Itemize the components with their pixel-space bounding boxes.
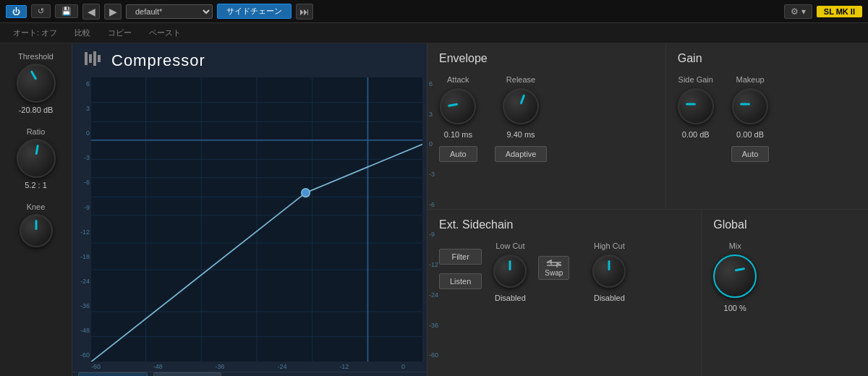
y-label-n3: -3 [74, 154, 90, 161]
lowcut-value: Disabled [495, 294, 526, 302]
envelope-title: Envelope [439, 52, 654, 65]
loop-button[interactable]: ↺ [31, 4, 51, 18]
mix-group: Mix 100 % [713, 242, 757, 312]
sidegain-group: Side Gain 0.00 dB [678, 75, 714, 139]
makeup-group: Makeup 0.00 dB Auto [731, 75, 770, 162]
paste-btn[interactable]: ペースト [142, 26, 188, 40]
attack-label: Attack [447, 75, 469, 84]
second-bar: オート: オフ 比較 コピー ペースト [0, 23, 868, 43]
release-label: Release [506, 75, 535, 84]
y-label-n6: -6 [74, 179, 90, 186]
auto-button[interactable]: Auto [439, 146, 477, 162]
listen-button[interactable]: Listen [439, 273, 482, 289]
stereolink-button[interactable]: Stereo Link [153, 372, 221, 376]
ext-sidechain-title: Ext. Sidechain [439, 218, 689, 231]
ratio-label: Ratio [27, 127, 46, 136]
y-label-n12: -12 [74, 228, 90, 236]
x-label-n36: -36 [216, 363, 225, 370]
auto-off-btn[interactable]: オート: オフ [6, 26, 64, 40]
center-graph: Compressor 6 3 0 -3 -6 -9 -12 -18 -24 -3… [72, 43, 427, 376]
gear-button[interactable]: ⚙ ▾ [784, 4, 812, 19]
x-label-n24: -24 [277, 363, 286, 370]
ratio-section: Ratio 5.2 : 1 [17, 127, 56, 189]
lookahead-button[interactable]: Look Ahead [78, 372, 148, 376]
attack-value: 0.10 ms [444, 130, 472, 139]
highcut-label: High Cut [594, 242, 625, 250]
copy-btn[interactable]: コピー [101, 26, 139, 40]
release-value: 9.40 ms [506, 130, 535, 139]
y-label-n48: -48 [74, 327, 90, 334]
threshold-label: Threshold [18, 52, 54, 61]
mix-knob[interactable] [713, 255, 757, 298]
device-badge: SL MK II [817, 6, 862, 17]
y-label-3: 3 [74, 105, 90, 112]
ry-n60: -60 [429, 351, 438, 359]
release-knob[interactable] [503, 88, 539, 124]
y-label-n9: -9 [74, 204, 90, 211]
ry-n9: -9 [429, 231, 438, 238]
sidegain-knob[interactable] [678, 88, 714, 124]
ext-sc-right: High Cut Disabled [592, 242, 626, 302]
knee-section: Knee [20, 202, 53, 247]
knee-label: Knee [27, 202, 46, 211]
sidegain-label: Side Gain [678, 75, 713, 84]
y-label-0: 0 [74, 129, 90, 137]
ry-6: 6 [429, 80, 438, 87]
global-content: Mix 100 % [713, 242, 856, 312]
svg-rect-3 [98, 55, 101, 62]
y-label-6: 6 [74, 80, 90, 87]
x-label-n48: -48 [153, 363, 163, 370]
gain-auto-button[interactable]: Auto [731, 146, 770, 162]
x-label-n60: -60 [91, 363, 101, 370]
prev-button[interactable]: ◀ [82, 4, 100, 20]
filter-button[interactable]: Filter [439, 249, 482, 265]
ext-sidechain-content: Filter Listen Low Cut Disabled [439, 242, 689, 302]
ratio-knob[interactable] [17, 139, 56, 178]
ext-sc-middle: Low Cut Disabled [493, 242, 527, 302]
swap-button[interactable]: Swap [538, 256, 569, 280]
knee-knob[interactable] [20, 214, 53, 247]
adaptive-button[interactable]: Adaptive [495, 146, 548, 162]
ry-n6: -6 [429, 201, 438, 208]
preset-select[interactable]: default* [126, 4, 213, 19]
ratio-value: 5.2 : 1 [25, 181, 47, 189]
ry-n24: -24 [429, 291, 438, 299]
y-label-n60: -60 [74, 351, 90, 359]
right-panels: Envelope Attack 0.10 ms Auto Release 9.4… [427, 43, 868, 376]
panels-top: Envelope Attack 0.10 ms Auto Release 9.4… [427, 43, 868, 210]
x-label-n12: -12 [339, 363, 349, 370]
global-panel: Global Mix 100 % [701, 210, 868, 376]
attack-knob[interactable] [440, 88, 476, 124]
gain-panel: Gain Side Gain 0.00 dB Makeup 0.00 dB Au… [665, 43, 868, 209]
makeup-knob[interactable] [732, 88, 768, 124]
lowcut-label: Low Cut [495, 242, 524, 250]
ry-3: 3 [429, 111, 438, 118]
threshold-knob[interactable] [17, 64, 56, 103]
graph-bottom: Look Ahead Stereo Link Reduction 0.00 dB [72, 372, 427, 376]
ext-sc-left: Filter Listen [439, 244, 482, 289]
compressor-graph[interactable] [91, 77, 422, 362]
main-layout: Threshold -20.80 dB Ratio 5.2 : 1 Knee [0, 43, 868, 376]
top-bar: ⏻ ↺ 💾 ◀ ▶ default* サイドチェーン ⏭ ⚙ ▾ SL MK I… [0, 0, 868, 23]
lowcut-knob[interactable] [493, 255, 527, 288]
envelope-panel: Envelope Attack 0.10 ms Auto Release 9.4… [427, 43, 665, 209]
mix-value: 100 % [724, 304, 746, 312]
compare-btn[interactable]: 比較 [67, 26, 98, 40]
skip-button[interactable]: ⏭ [296, 4, 313, 20]
highcut-knob[interactable] [592, 255, 626, 288]
envelope-content: Attack 0.10 ms Auto Release 9.40 ms Adap… [439, 75, 654, 162]
power-button[interactable]: ⏻ [6, 5, 27, 18]
left-strip: Threshold -20.80 dB Ratio 5.2 : 1 Knee [0, 43, 72, 376]
ry-n36: -36 [429, 322, 438, 329]
threshold-value: -20.80 dB [19, 106, 54, 114]
svg-point-25 [302, 189, 310, 197]
plugin-logo [84, 51, 104, 70]
sidegain-value: 0.00 dB [682, 130, 710, 139]
sidechain-button[interactable]: サイドチェーン [217, 4, 292, 19]
save-button[interactable]: 💾 [55, 4, 78, 18]
ext-sidechain-panel: Ext. Sidechain Filter Listen Low Cut Dis… [427, 210, 701, 376]
ry-0: 0 [429, 140, 438, 148]
ry-n3: -3 [429, 171, 438, 178]
next-button[interactable]: ▶ [104, 4, 122, 20]
svg-rect-0 [85, 52, 88, 65]
